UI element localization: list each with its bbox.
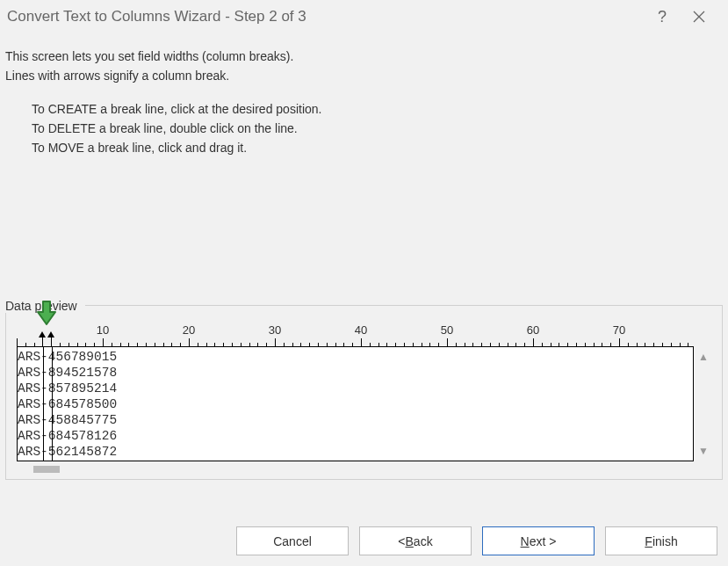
intro-line-2: Lines with arrows signify a column break…: [5, 69, 723, 83]
data-area[interactable]: ARS-456789015 ARS-894521578 ARS-85789521…: [17, 347, 694, 461]
content-area: This screen lets you set field widths (c…: [0, 33, 728, 169]
ruler-label: 10: [97, 323, 109, 337]
scroll-up-icon[interactable]: ▲: [698, 351, 709, 363]
data-rows: ARS-456789015 ARS-894521578 ARS-85789521…: [18, 349, 117, 460]
next-button[interactable]: Next >: [482, 526, 595, 555]
break-line[interactable]: [52, 347, 53, 461]
green-arrow-icon: [34, 300, 59, 330]
ruler-label: 20: [183, 323, 195, 337]
ruler[interactable]: 10203040506070: [17, 317, 711, 347]
back-button[interactable]: < Back: [359, 526, 472, 555]
ruler-label: 40: [355, 323, 367, 337]
instr-create: To CREATE a break line, click at the des…: [32, 102, 723, 116]
ruler-label: 70: [613, 323, 625, 337]
scroll-down-icon[interactable]: ▼: [698, 445, 709, 457]
button-row: Cancel < Back Next > Finish: [236, 526, 717, 555]
titlebar: Convert Text to Columns Wizard - Step 2 …: [0, 0, 728, 33]
data-preview-section: Data preview 10203040506070 ARS-45678901…: [5, 299, 723, 480]
hscroll-thumb[interactable]: [33, 466, 60, 473]
close-button[interactable]: [681, 4, 717, 30]
break-line[interactable]: [43, 347, 44, 461]
data-preview-group: 10203040506070 ARS-456789015 ARS-8945215…: [5, 305, 723, 480]
instr-delete: To DELETE a break line, double click on …: [32, 121, 723, 135]
ruler-label: 30: [269, 323, 281, 337]
cancel-button[interactable]: Cancel: [236, 526, 349, 555]
ruler-label: 50: [441, 323, 453, 337]
window-title: Convert Text to Columns Wizard - Step 2 …: [5, 8, 644, 25]
help-button[interactable]: ?: [644, 4, 681, 30]
instr-move: To MOVE a break line, click and drag it.: [32, 141, 723, 155]
instructions: To CREATE a break line, click at the des…: [32, 102, 723, 155]
finish-button[interactable]: Finish: [605, 526, 717, 555]
ruler-label: 60: [527, 323, 539, 337]
close-icon: [693, 11, 705, 23]
intro-line-1: This screen lets you set field widths (c…: [5, 49, 723, 63]
